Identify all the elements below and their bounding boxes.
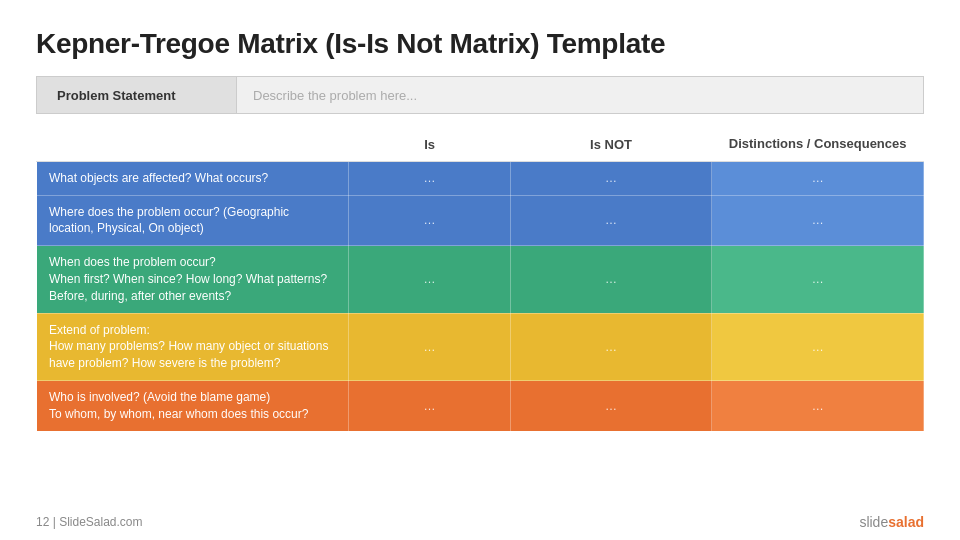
problem-statement-value[interactable]: Describe the problem here...	[237, 77, 923, 113]
matrix-cell-question: Extend of problem: How many problems? Ho…	[37, 313, 349, 380]
matrix-header-row: Is Is NOT Distinctions / Consequences	[37, 128, 924, 161]
problem-statement-label: Problem Statement	[37, 77, 237, 113]
problem-statement-row: Problem Statement Describe the problem h…	[36, 76, 924, 114]
slide: Kepner-Tregoe Matrix (Is-Is Not Matrix) …	[0, 0, 960, 540]
footer-logo: slidesalad	[859, 514, 924, 530]
matrix-cell-question: Where does the problem occur? (Geographi…	[37, 195, 349, 246]
footer: 12 | SlideSalad.com slidesalad	[0, 514, 960, 530]
matrix-table: Is Is NOT Distinctions / Consequences Wh…	[36, 128, 924, 432]
th-is: Is	[349, 128, 510, 161]
th-question	[37, 128, 349, 161]
matrix-cell-question: When does the problem occur? When first?…	[37, 246, 349, 313]
th-distinctions: Distinctions / Consequences	[712, 128, 924, 161]
matrix-cell-is: …	[349, 381, 510, 432]
matrix-cell-is: …	[349, 195, 510, 246]
table-row: Who is involved? (Avoid the blame game) …	[37, 381, 924, 432]
matrix-cell-distinctions: …	[712, 195, 924, 246]
matrix-cell-distinctions: …	[712, 381, 924, 432]
page-title: Kepner-Tregoe Matrix (Is-Is Not Matrix) …	[36, 28, 924, 60]
matrix-cell-is: …	[349, 313, 510, 380]
matrix-cell-distinctions: …	[712, 161, 924, 195]
footer-page-number: 12 | SlideSalad.com	[36, 515, 143, 529]
matrix-cell-question: What objects are affected? What occurs?	[37, 161, 349, 195]
matrix-cell-is: …	[349, 161, 510, 195]
matrix-cell-isnot: …	[510, 246, 712, 313]
matrix-cell-isnot: …	[510, 381, 712, 432]
table-row: Where does the problem occur? (Geographi…	[37, 195, 924, 246]
table-row: What objects are affected? What occurs?……	[37, 161, 924, 195]
matrix-cell-distinctions: …	[712, 246, 924, 313]
table-row: When does the problem occur? When first?…	[37, 246, 924, 313]
matrix-cell-isnot: …	[510, 313, 712, 380]
matrix-cell-distinctions: …	[712, 313, 924, 380]
th-isnot: Is NOT	[510, 128, 712, 161]
table-row: Extend of problem: How many problems? Ho…	[37, 313, 924, 380]
matrix-cell-isnot: …	[510, 195, 712, 246]
matrix-cell-question: Who is involved? (Avoid the blame game) …	[37, 381, 349, 432]
matrix-cell-isnot: …	[510, 161, 712, 195]
matrix-cell-is: …	[349, 246, 510, 313]
